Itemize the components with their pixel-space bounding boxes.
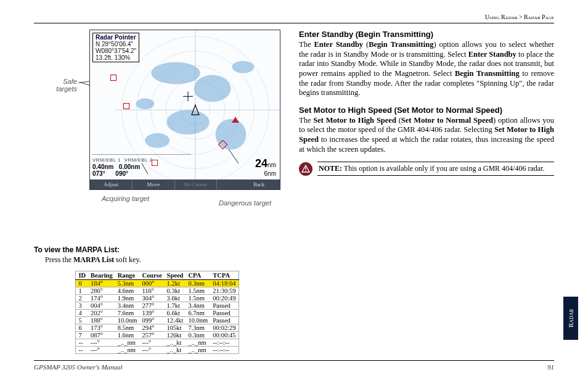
range-readout: 24nm 6nm [255, 157, 276, 177]
svg-point-9 [166, 110, 210, 134]
section-body-standby: The Enter Standby (Begin Transmitting) o… [299, 40, 554, 98]
svg-point-11 [145, 133, 169, 148]
table-row: 3004°3.4nm277°1.7kt3.4nmPassed [76, 302, 239, 310]
table-header-row: ID Bearing Range Course Speed CPA TCPA [76, 271, 239, 280]
section-heading-standby: Enter Standby (Begin Transmitting) [299, 30, 554, 39]
section-body-motor: The Set Motor to High Speed (Set Motor t… [299, 116, 554, 155]
annotation-dangerous: Dangerous target [219, 199, 271, 207]
table-row: 5188°10.0nm099°12.4kt10.0nmPassed [76, 317, 239, 324]
breadcrumb: Using Radar > Radar Page [34, 14, 554, 23]
right-column: Enter Standby (Begin Transmitting) The E… [299, 30, 554, 354]
svg-point-7 [151, 62, 200, 84]
safe-target-marker [123, 103, 129, 109]
softkey-back[interactable]: Back [238, 179, 280, 189]
note-row: NOTE: This option is available only if y… [299, 162, 554, 176]
radar-display: Radar Pointer N 28°50'06.4" W080°37'54.2… [89, 30, 280, 190]
svg-point-12 [232, 61, 254, 73]
breadcrumb-page: Radar Page [524, 14, 554, 20]
softkey-move[interactable]: Move [133, 179, 175, 189]
softkey-recenter[interactable]: Re-Center [175, 179, 218, 189]
footer-title: GPSMAP 3205 Owner's Manual [34, 363, 123, 371]
marpa-instruction: Press the MARPA List soft key. [45, 255, 280, 265]
section-tab-radar: Radar [563, 297, 578, 340]
table-row: 1286°4.6nm116°0.3kt1.5nm21:30:59 [76, 287, 239, 295]
dangerous-target-marker [232, 117, 239, 123]
svg-point-8 [194, 75, 231, 102]
annotation-safe-targets: Safe targets [40, 78, 77, 93]
svg-point-18 [305, 170, 306, 171]
table-row: 0184°5.3nm000°1.2kt0.3nm04:18:04 [76, 280, 239, 287]
marpa-heading: To view the MARPA List: [34, 245, 280, 254]
table-row: -----°_.._nm---°_.._kt_.._nm--:--:-- [76, 347, 239, 354]
marpa-table: ID Bearing Range Course Speed CPA TCPA 0… [75, 271, 239, 354]
radar-pointer-box: Radar Pointer N 28°50'06.4" W080°37'54.2… [92, 33, 139, 62]
page-footer: GPSMAP 3205 Owner's Manual 91 [34, 360, 554, 371]
safe-target-marker [110, 75, 116, 81]
table-row: 2174°1.9nm304°3.6kt1.5nm00:20:49 [76, 295, 239, 302]
note-box: NOTE: This option is available only if y… [317, 162, 554, 176]
table-row: 6173°8.5nm294°105kt7.3nm00:02:29 [76, 324, 239, 332]
footer-page: 91 [547, 363, 554, 371]
section-heading-motor: Set Motor to High Speed (Set Motor to No… [299, 105, 554, 115]
annotation-acquiring: Acquiring target [102, 195, 149, 202]
table-row: 4202°7.6nm139°6.6kt6.7nmPassed [76, 310, 239, 317]
radar-figure: Safe targets [34, 30, 280, 215]
breadcrumb-section: Using Radar [485, 14, 518, 20]
table-row: -----°_.._nm---°_.._kt_.._nm--:--:-- [76, 339, 239, 347]
vrm-ebl-readout: VRM/EBL 1 VRM/EBL 2 0.40nm 0.00nm 073° 0… [92, 154, 191, 177]
softkey-bar: Adjust Move Re-Center Back [90, 179, 280, 189]
softkey-adjust[interactable]: Adjust [90, 179, 133, 189]
table-row: 7087°1.6nm257°126kt0.3nm00:00:45 [76, 332, 239, 339]
warning-icon [299, 162, 312, 176]
svg-point-13 [136, 98, 155, 109]
